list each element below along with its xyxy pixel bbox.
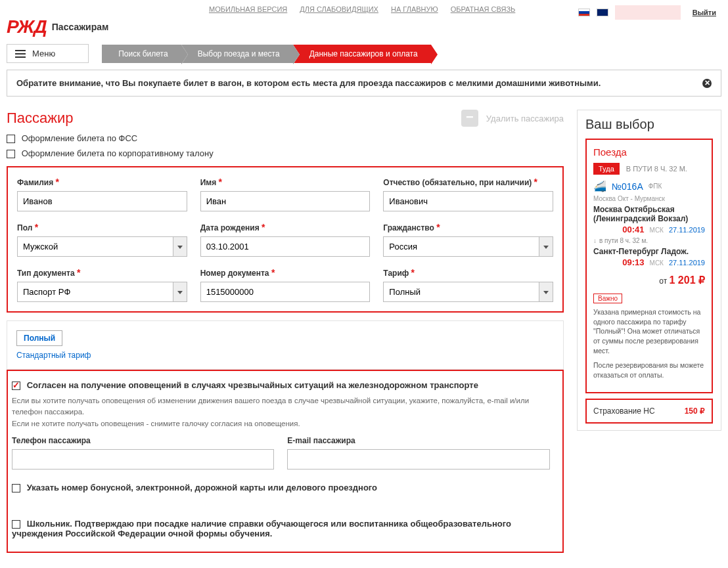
doctype-label: Тип документа * [17, 267, 187, 278]
bc-step-seats[interactable]: Выбор поезда и места [181, 45, 293, 63]
menu-label: Меню [32, 49, 55, 58]
notice-text: Обратите внимание, что Вы покупаете биле… [16, 78, 601, 88]
arrival-station: Санкт-Петербург Ладож. [593, 247, 705, 256]
remove-passenger-button[interactable]: − Удалить пассажира [461, 110, 564, 127]
tariff-standard-link[interactable]: Стандартный тариф [16, 351, 91, 360]
price-note2: После резервирования вы можете отказатьс… [593, 360, 705, 380]
dob-input[interactable] [200, 236, 371, 257]
citizenship-label: Гражданство * [383, 222, 553, 232]
consent-section: Согласен на получение оповещений в случа… [7, 370, 564, 553]
price-note1: Указана примерная стоимость на одного па… [593, 307, 705, 355]
trains-label: Поезда [593, 146, 705, 158]
carrier: ФПК [648, 183, 662, 190]
passenger-title: Пассажир [7, 110, 74, 127]
side-title: Ваш выбор [585, 117, 713, 132]
departure-date[interactable]: 27.11.2019 [669, 226, 705, 234]
remove-passenger-label: Удалить пассажира [486, 114, 564, 123]
dob-label: Дата рождения * [200, 222, 371, 232]
checkbox-icon [12, 484, 20, 492]
insurance-label: Страхование НС [593, 406, 655, 416]
arrow-down-icon: ↓ [593, 237, 597, 244]
gender-select[interactable]: Мужской [17, 236, 187, 257]
doctype-select[interactable]: Паспорт РФ [17, 282, 187, 302]
menu-button[interactable]: Меню [7, 44, 89, 63]
departure-time: 00:41 [622, 225, 644, 234]
tariff-label: Тариф * [383, 267, 553, 278]
docnum-label: Номер документа * [200, 267, 371, 278]
logout-link[interactable]: Выйти [693, 9, 716, 16]
train-icon: 🚄 [593, 180, 606, 192]
email-input[interactable] [287, 449, 549, 470]
train-summary-box: Поезда Туда В ПУТИ 8 Ч. 32 М. 🚄 №016А ФП… [585, 139, 713, 393]
phone-label: Телефон пассажира [12, 436, 274, 445]
departure-station: Москва Октябрьская (Ленинградский Вокзал… [593, 205, 705, 223]
route-text: Москва Окт - Мурманск [593, 195, 705, 202]
school-checkbox[interactable]: Школьник. Подтверждаю при посадке наличи… [12, 519, 558, 538]
patronymic-input[interactable] [383, 191, 553, 211]
tariff-full-tab[interactable]: Полный [16, 330, 62, 346]
accessibility-link[interactable]: ДЛЯ СЛАБОВИДЯЩИХ [300, 5, 378, 13]
insurance-box[interactable]: Страхование НС 150 ₽ [585, 399, 713, 424]
bonus-checkbox[interactable]: Указать номер бонусной, электронной, дор… [12, 483, 558, 492]
checkbox-icon [7, 135, 15, 143]
passenger-form: Фамилия * Имя * Отчество (обязательно, п… [7, 166, 564, 313]
mobile-version-link[interactable]: МОБИЛЬНАЯ ВЕРСИЯ [209, 5, 287, 13]
name-input[interactable] [200, 191, 371, 211]
docnum-input[interactable] [200, 282, 371, 302]
breadcrumb: Поиск билета Выбор поезда и места Данные… [102, 45, 430, 63]
price-from: от [659, 276, 667, 286]
bc-step-search[interactable]: Поиск билета [102, 45, 181, 63]
your-choice-panel: Ваш выбор Поезда Туда В ПУТИ 8 Ч. 32 М. … [577, 110, 721, 431]
email-label: E-mail пассажира [287, 436, 549, 445]
direction-badge: Туда [593, 163, 620, 175]
checkbox-checked-icon [12, 382, 20, 390]
msk-label: МСК [650, 227, 664, 234]
msk-label: МСК [650, 259, 664, 267]
travel-time: В ПУТИ 8 Ч. 32 М. [626, 165, 687, 173]
surname-input[interactable] [17, 191, 187, 211]
checkbox-icon [7, 150, 15, 158]
insurance-price: 150 ₽ [685, 406, 705, 416]
logo-subtitle: Пассажирам [52, 22, 109, 32]
bc-step-payment: Данные пассажиров и оплата [293, 45, 431, 63]
corp-checkbox[interactable]: Оформление билета по корпоративному тало… [7, 148, 564, 158]
mid-travel-time: ↓ в пути 8 ч. 32 м. [593, 237, 705, 244]
flag-uk-icon[interactable] [597, 9, 608, 16]
arrival-time: 09:13 [622, 257, 644, 267]
name-label: Имя * [200, 177, 371, 187]
train-number-link[interactable]: №016А [612, 181, 643, 192]
patronymic-label: Отчество (обязательно, при наличии) * [383, 177, 553, 187]
logo[interactable]: РЖД [7, 16, 47, 37]
checkbox-icon [12, 520, 20, 529]
home-link[interactable]: НА ГЛАВНУЮ [391, 5, 438, 13]
arrival-date[interactable]: 27.11.2019 [669, 259, 705, 267]
hamburger-icon [15, 53, 26, 55]
fss-checkbox[interactable]: Оформление билета по ФСС [7, 133, 564, 143]
gender-label: Пол * [17, 222, 187, 232]
notice-bar: Обратите внимание, что Вы покупаете биле… [7, 70, 721, 97]
price-value: 1 201 ₽ [670, 274, 705, 286]
user-avatar[interactable] [615, 5, 681, 20]
minus-icon: − [461, 110, 478, 127]
tariff-info-box: Полный Стандартный тариф [7, 320, 564, 370]
consent-note: Если вы хотите получать оповещения об из… [12, 395, 558, 429]
citizenship-select[interactable]: Россия [383, 236, 553, 257]
surname-label: Фамилия * [17, 177, 187, 187]
consent-checkbox[interactable]: Согласен на получение оповещений в случа… [12, 380, 558, 390]
important-badge: Важно [593, 294, 622, 303]
feedback-link[interactable]: ОБРАТНАЯ СВЯЗЬ [451, 5, 516, 13]
tariff-select[interactable]: Полный [383, 282, 553, 302]
phone-input[interactable] [12, 449, 274, 470]
flag-ru-icon[interactable] [578, 9, 590, 16]
close-icon[interactable]: ✕ [702, 79, 712, 88]
